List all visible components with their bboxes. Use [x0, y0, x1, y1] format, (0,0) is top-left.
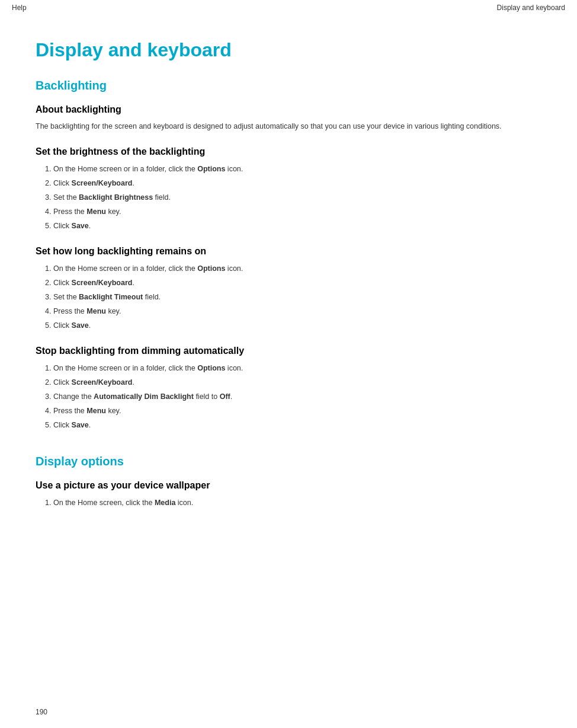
section-title-backlighting: Backlighting	[36, 79, 541, 92]
list-item: Click Screen/Keyboard.	[53, 376, 541, 388]
subsection-title-dimming: Stop backlighting from dimming automatic…	[36, 346, 541, 356]
about-backlighting-description: The backlighting for the screen and keyb…	[36, 121, 541, 132]
subsection-title-wallpaper: Use a picture as your device wallpaper	[36, 480, 541, 491]
subsection-stop-dimming: Stop backlighting from dimming automatic…	[36, 346, 541, 431]
subsection-title-brightness: Set the brightness of the backlighting	[36, 146, 541, 157]
list-item: Click Screen/Keyboard.	[53, 277, 541, 289]
section-title-display-options: Display options	[36, 455, 541, 468]
subsection-set-brightness: Set the brightness of the backlighting O…	[36, 146, 541, 232]
dimming-steps-list: On the Home screen or in a folder, click…	[36, 362, 541, 431]
list-item: On the Home screen or in a folder, click…	[53, 263, 541, 274]
header-right: Display and keyboard	[497, 4, 565, 12]
list-item: On the Home screen or in a folder, click…	[53, 362, 541, 374]
header-left: Help	[12, 4, 27, 12]
page-number: 190	[36, 708, 47, 716]
list-item: Press the Menu key.	[53, 305, 541, 317]
subsection-wallpaper: Use a picture as your device wallpaper O…	[36, 480, 541, 509]
subsection-title-about: About backlighting	[36, 104, 541, 115]
list-item: Click Screen/Keyboard.	[53, 177, 541, 189]
timeout-steps-list: On the Home screen or in a folder, click…	[36, 263, 541, 331]
brightness-steps-list: On the Home screen or in a folder, click…	[36, 163, 541, 232]
list-item: Press the Menu key.	[53, 206, 541, 218]
list-item: On the Home screen, click the Media icon…	[53, 497, 541, 509]
wallpaper-steps-list: On the Home screen, click the Media icon…	[36, 497, 541, 509]
list-item: Press the Menu key.	[53, 405, 541, 417]
page-header: Help Display and keyboard	[0, 0, 577, 15]
list-item: Click Save.	[53, 320, 541, 331]
list-item: Change the Automatically Dim Backlight f…	[53, 391, 541, 403]
subsection-set-timeout: Set how long backlighting remains on On …	[36, 246, 541, 331]
list-item: Set the Backlight Brightness field.	[53, 191, 541, 203]
subsection-title-timeout: Set how long backlighting remains on	[36, 246, 541, 257]
list-item: Click Save.	[53, 419, 541, 431]
list-item: Set the Backlight Timeout field.	[53, 291, 541, 303]
list-item: Click Save.	[53, 220, 541, 232]
main-content: Display and keyboard Backlighting About …	[0, 15, 577, 547]
list-item: On the Home screen or in a folder, click…	[53, 163, 541, 175]
subsection-about-backlighting: About backlighting The backlighting for …	[36, 104, 541, 132]
page-title: Display and keyboard	[36, 39, 541, 61]
